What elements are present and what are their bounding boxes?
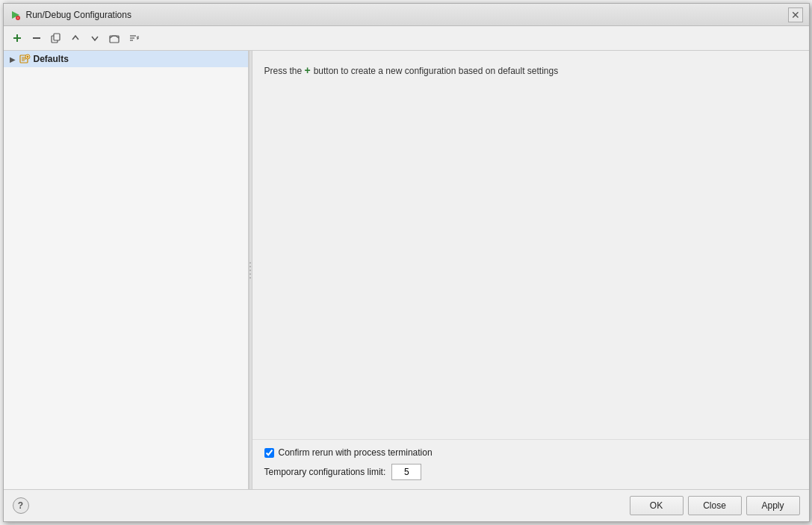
close-dialog-button[interactable]: Close — [688, 496, 742, 515]
dialog-icon — [10, 9, 22, 21]
tree-item-defaults[interactable]: ▶ Defaults — [4, 51, 248, 67]
confirm-rerun-checkbox[interactable] — [264, 448, 274, 458]
hint-plus-icon: + — [305, 64, 314, 76]
title-bar: Run/Debug Configurations ✕ — [4, 4, 809, 26]
add-config-button[interactable] — [8, 29, 26, 47]
help-button[interactable]: ? — [13, 497, 29, 514]
hint-prefix: Press the — [264, 66, 303, 76]
sort-button[interactable] — [125, 29, 143, 47]
content-area: ▶ Defaults — [4, 51, 809, 489]
right-content: Press the + button to create a new confi… — [252, 51, 809, 439]
dialog-title: Run/Debug Configurations — [26, 10, 788, 20]
hint-message: Press the + button to create a new confi… — [264, 63, 797, 78]
hint-middle: button to create a new configuration bas… — [314, 66, 559, 76]
splitter-handle — [250, 262, 251, 279]
copy-config-button[interactable] — [47, 29, 65, 47]
toolbar — [4, 26, 809, 51]
run-debug-dialog: Run/Debug Configurations ✕ — [3, 3, 810, 522]
apply-button[interactable]: Apply — [746, 496, 800, 515]
close-button[interactable]: ✕ — [788, 7, 803, 22]
move-to-group-button[interactable] — [105, 29, 123, 47]
temp-limit-row: Temporary configurations limit: — [264, 464, 797, 480]
right-panel: Press the + button to create a new confi… — [252, 51, 809, 489]
temp-limit-label: Temporary configurations limit: — [264, 467, 386, 477]
remove-config-button[interactable] — [28, 29, 46, 47]
bottom-options: Confirm rerun with process termination T… — [252, 439, 809, 489]
svg-point-2 — [16, 16, 19, 19]
svg-point-18 — [26, 56, 28, 58]
move-down-button[interactable] — [86, 29, 104, 47]
dialog-footer: ? OK Close Apply — [4, 489, 809, 521]
confirm-rerun-label[interactable]: Confirm rerun with process termination — [279, 447, 433, 458]
tree-arrow-defaults: ▶ — [8, 55, 17, 63]
footer-right: OK Close Apply — [630, 496, 800, 515]
confirm-rerun-row: Confirm rerun with process termination — [264, 447, 797, 458]
temp-limit-input[interactable] — [391, 464, 421, 480]
footer-left: ? — [13, 497, 29, 514]
defaults-label: Defaults — [34, 54, 69, 64]
left-panel: ▶ Defaults — [4, 51, 249, 489]
move-up-button[interactable] — [66, 29, 84, 47]
svg-rect-7 — [54, 34, 60, 40]
defaults-icon — [19, 53, 31, 65]
ok-button[interactable]: OK — [630, 496, 684, 515]
